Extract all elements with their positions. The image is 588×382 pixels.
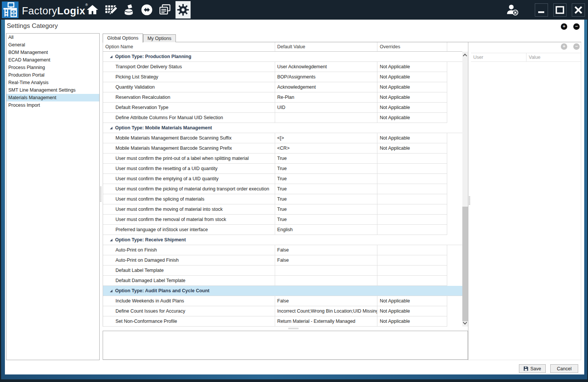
scroll-up-icon[interactable] [463, 54, 467, 58]
materials-icon[interactable] [121, 1, 136, 18]
filler-cell [447, 113, 462, 123]
add-category-button[interactable]: + [561, 23, 567, 30]
collapse-triangle-icon[interactable] [110, 127, 112, 129]
overrides-column-header-value[interactable]: Value [526, 53, 581, 61]
page-title: Settings Category [7, 22, 58, 30]
save-button-label: Save [530, 366, 541, 371]
option-row[interactable]: Picking List StrategyBOP/AssignmentsNot … [103, 72, 462, 82]
filler-cell [447, 103, 462, 113]
option-override-cell [377, 276, 447, 286]
options-grid: Option Type: Production PlanningTranspor… [103, 52, 462, 327]
tab-global-options[interactable]: Global Options [103, 34, 143, 43]
option-row[interactable]: Transport Order Delivery StatusUser Ackn… [103, 62, 462, 72]
description-splitter-handle[interactable] [289, 328, 299, 329]
column-header-option-name[interactable]: Option Name [103, 42, 275, 51]
settings-gear-icon[interactable] [175, 1, 191, 18]
filler-cell [447, 265, 462, 276]
group-header-row[interactable]: Option Type: Audit Plans and Cycle Count [103, 286, 462, 296]
option-override-cell [377, 184, 447, 194]
sidebar-item-general[interactable]: General [6, 41, 99, 49]
option-value-cell: True [275, 164, 378, 174]
filler-cell [447, 296, 462, 306]
option-row[interactable]: Preferred language of inStock user inter… [103, 225, 462, 235]
app-title: FactoryLogix® [22, 3, 88, 17]
option-row[interactable]: Mobile Materials Management Barcode Scan… [103, 133, 462, 143]
filler-cell [447, 276, 462, 286]
sidebar-item-real-time-analysis[interactable]: Real-Time Analysis [6, 79, 99, 86]
maximize-button[interactable] [553, 3, 566, 17]
option-name-cell: User must confirm the moving of material… [103, 204, 275, 215]
panel-splitter-handle[interactable] [469, 196, 470, 205]
option-row[interactable]: User must confirm the moving of material… [103, 204, 462, 215]
option-value-cell: English [275, 225, 378, 235]
option-row[interactable]: Auto-Print on Damaged FinishFalse [103, 255, 462, 265]
sidebar-item-smt-line-management-settings[interactable]: SMT Line Management Settings [6, 86, 99, 94]
remove-category-button[interactable]: − [573, 23, 580, 30]
overrides-table-header: UserValue [471, 53, 581, 62]
option-row[interactable]: Default Label Template [103, 265, 462, 276]
sidebar-item-all[interactable]: All [6, 34, 99, 41]
sidebar-item-bom-management[interactable]: BOM Management [6, 49, 99, 56]
option-row[interactable]: User must confirm the emptying of a UID … [103, 174, 462, 184]
sidebar-item-ecad-management[interactable]: ECAD Management [6, 56, 99, 64]
sidebar-item-production-portal[interactable]: Production Portal [6, 71, 99, 79]
group-label: Option Type: Audit Plans and Cycle Count [115, 288, 209, 293]
group-header-row[interactable]: Option Type: Production Planning [103, 52, 462, 62]
option-override-cell [377, 174, 447, 184]
option-row[interactable]: Default Damaged Label Template [103, 276, 462, 286]
minimize-button[interactable] [535, 3, 548, 17]
cancel-button[interactable]: Cancel [550, 364, 578, 373]
collapse-triangle-icon[interactable] [110, 290, 112, 292]
group-header-row[interactable]: Option Type: Mobile Materials Management [103, 123, 462, 133]
option-row[interactable]: Auto-Print on FinishFalse [103, 245, 462, 255]
sidebar-splitter-handle[interactable] [100, 187, 102, 202]
option-name-cell: User must confirm the print-out of a lab… [103, 153, 275, 164]
collapse-triangle-icon[interactable] [110, 55, 112, 58]
filler-cell [447, 306, 462, 316]
column-header-default-value[interactable]: Default Value [275, 42, 378, 51]
close-button[interactable] [572, 3, 585, 17]
product-engineering-icon[interactable] [103, 1, 118, 18]
remove-override-button[interactable]: − [573, 43, 580, 50]
option-row[interactable]: Default Reservation TypeUIDNot Applicabl… [103, 103, 462, 113]
option-row[interactable]: Define Attribute Columns For Manual UID … [103, 113, 462, 123]
option-value-cell [275, 265, 378, 276]
option-row[interactable]: User must confirm the removal of materia… [103, 215, 462, 225]
production-tracking-icon[interactable] [139, 1, 154, 18]
sidebar-item-materials-management[interactable]: Materials Management [6, 94, 99, 101]
scrollbar-thumb[interactable] [462, 207, 468, 321]
filler-cell [447, 62, 462, 72]
option-row[interactable]: User must confirm the print-out of a lab… [103, 153, 462, 164]
settings-category-list: AllGeneralBOM ManagementECAD ManagementP… [6, 33, 100, 360]
option-override-cell: Not Applicable [377, 103, 447, 113]
option-row[interactable]: Define Count Issues for AccuracyIncorrec… [103, 306, 462, 316]
factorylogix-logo-icon [2, 2, 18, 18]
analytics-icon[interactable] [157, 1, 172, 18]
option-value-cell: False [275, 255, 378, 265]
option-row[interactable]: User must confirm the resetting of a UID… [103, 164, 462, 174]
option-description-box [103, 331, 468, 360]
add-override-button[interactable]: + [561, 43, 567, 50]
option-override-cell [377, 215, 447, 225]
sidebar-item-process-import[interactable]: Process Import [6, 101, 99, 109]
option-override-cell [377, 245, 447, 255]
sidebar-item-process-planning[interactable]: Process Planning [6, 64, 99, 71]
option-row[interactable]: Quantity ValidationAcknowledgementNot Ap… [103, 82, 462, 92]
tab-my-options[interactable]: My Options [143, 34, 176, 42]
filler-cell [447, 164, 462, 174]
option-row[interactable]: User must confirm the splicing of materi… [103, 194, 462, 204]
grid-scrollbar[interactable] [462, 52, 468, 327]
option-row[interactable]: Set Non-Conformance ProfileReturn Materi… [103, 316, 462, 327]
option-row[interactable]: Include Weekends in Audit PlansFalseNot … [103, 296, 462, 306]
option-row[interactable]: User must confirm the picking of materia… [103, 184, 462, 194]
logoff-user-icon[interactable] [505, 2, 520, 17]
group-header-row[interactable]: Option Type: Receive Shipment [103, 235, 462, 245]
option-value-cell: True [275, 174, 378, 184]
column-header-overrides[interactable]: Overrides [377, 42, 447, 51]
option-row[interactable]: Reservation RecalculationRe-PlanNot Appl… [103, 92, 462, 103]
overrides-column-header-user[interactable]: User [471, 53, 526, 61]
option-row[interactable]: Mobile Materials Management Barcode Scan… [103, 143, 462, 153]
save-button[interactable]: Save [519, 364, 546, 373]
collapse-triangle-icon[interactable] [110, 239, 112, 241]
home-icon[interactable] [85, 1, 100, 18]
